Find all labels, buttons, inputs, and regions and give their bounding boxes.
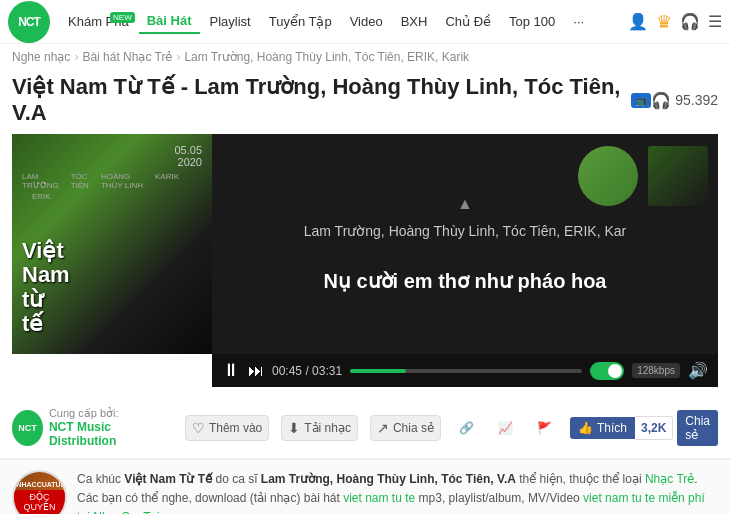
logo[interactable]: NCT xyxy=(8,1,50,43)
exclusive-badge: ĐỘC QUYỀN xyxy=(14,490,65,514)
info-thumbnail: NHACCUATUI ĐỘC QUYỀN xyxy=(12,470,67,514)
facebook-like-area: 👍 Thích 3,2K Chia sẻ xyxy=(570,410,718,446)
add-to-playlist-button[interactable]: ♡ Thêm vào xyxy=(185,415,269,441)
thumbs-up-icon: 👍 xyxy=(578,421,593,435)
link-icon: 🔗 xyxy=(459,421,474,435)
new-badge: NEW xyxy=(110,12,135,23)
info-box: NHACCUATUI ĐỘC QUYỀN Ca khúc Việt Nam Từ… xyxy=(0,459,730,514)
lyrics-toggle[interactable] xyxy=(590,362,624,380)
listen-count: 🎧 95.392 xyxy=(651,91,718,110)
info-text: Ca khúc Việt Nam Từ Tế do ca sĩ Lam Trườ… xyxy=(77,470,718,514)
headphone-icon[interactable]: 🎧 xyxy=(680,12,700,31)
action-row: NCT Cung cấp bởi: NCT Music Distribution… xyxy=(0,397,730,459)
facebook-count: 3,2K xyxy=(635,416,673,440)
user-icon[interactable]: 👤 xyxy=(628,12,648,31)
song-header: Việt Nam Từ Tế - Lam Trường, Hoàng Thùy … xyxy=(0,70,730,134)
provider-logo: NCT xyxy=(12,410,43,446)
provider-box: NCT Cung cấp bởi: NCT Music Distribution xyxy=(12,407,163,448)
breadcrumb: Nghe nhạc › Bài hát Nhạc Trẻ › Lam Trườn… xyxy=(0,44,730,70)
breadcrumb-home[interactable]: Nghe nhạc xyxy=(12,50,70,64)
player-lyric: Nụ cười em thơ như pháo hoa xyxy=(303,269,626,293)
share-button[interactable]: ↗ Chia sẻ xyxy=(370,415,441,441)
nav: Khám Phá NEW Bài Hát Playlist Tuyển Tập … xyxy=(60,9,592,34)
player-avatar xyxy=(578,146,638,206)
headphones-icon: 🎧 xyxy=(651,91,671,110)
download-icon: ⬇ xyxy=(288,420,300,436)
pause-button[interactable]: ⏸ xyxy=(222,360,240,381)
next-button[interactable]: ⏭ xyxy=(248,362,264,380)
player-inner: ▲ Lam Trường, Hoàng Thùy Linh, Tóc Tiên,… xyxy=(212,134,718,354)
nav-item-tuyen-tap[interactable]: Tuyển Tập xyxy=(261,10,340,33)
nav-item-kham-pha[interactable]: Khám Phá NEW xyxy=(60,10,137,33)
genre-link[interactable]: Nhạc Trẻ xyxy=(645,472,694,486)
flag-icon: 🚩 xyxy=(537,421,552,435)
flag-button[interactable]: 🚩 xyxy=(531,417,558,439)
nav-item-top100[interactable]: Top 100 xyxy=(501,10,563,33)
menu-icon[interactable]: ☰ xyxy=(708,12,722,31)
album-art-image: 05.052020 LAMTRƯỜNG TÓCTIÊN HOÀNGTHÙY LI… xyxy=(12,134,212,354)
breadcrumb-genre[interactable]: Bài hát Nhạc Trẻ xyxy=(82,50,172,64)
provider-name: NCT Music Distribution xyxy=(49,420,163,448)
nav-item-more[interactable]: ··· xyxy=(565,10,592,33)
avatar-image xyxy=(578,146,638,206)
breadcrumb-artists: Lam Trường, Hoàng Thùy Linh, Tóc Tiên, E… xyxy=(184,50,469,64)
chart-button[interactable]: 📈 xyxy=(492,417,519,439)
progress-bar[interactable] xyxy=(350,369,582,373)
nav-item-video[interactable]: Video xyxy=(342,10,391,33)
nav-icons: 👤 ♛ 🎧 ☰ xyxy=(628,11,722,33)
nav-item-bxh[interactable]: BXH xyxy=(393,10,436,33)
nav-item-chu-de[interactable]: Chủ Đề xyxy=(437,10,499,33)
facebook-like-button[interactable]: 👍 Thích xyxy=(570,417,635,439)
bitrate-badge: 128kbps xyxy=(632,363,680,378)
song-title: Việt Nam Từ Tế - Lam Trường, Hoàng Thùy … xyxy=(12,74,651,126)
header: NCT Khám Phá NEW Bài Hát Playlist Tuyển … xyxy=(0,0,730,44)
time-display: 00:45 / 03:31 xyxy=(272,364,342,378)
player-artists: Lam Trường, Hoàng Thùy Linh, Tóc Tiên, E… xyxy=(304,223,627,239)
download-button[interactable]: ⬇ Tải nhạc xyxy=(281,415,358,441)
logo-text: NCT xyxy=(18,15,40,29)
nhaccuatui-logo-text: NHACCUATUI xyxy=(14,481,65,488)
progress-fill xyxy=(350,369,406,373)
player-main: ▲ Lam Trường, Hoàng Thùy Linh, Tóc Tiên,… xyxy=(212,134,718,387)
share-icon: ↗ xyxy=(377,420,389,436)
nav-item-bai-hat[interactable]: Bài Hát xyxy=(139,9,200,34)
album-date: 05.052020 xyxy=(22,144,202,168)
tv-icon[interactable]: 📺 xyxy=(631,93,651,108)
controls-bar: ⏸ ⏭ 00:45 / 03:31 128kbps 🔊 xyxy=(212,354,718,387)
facebook-share-button[interactable]: Chia sẻ xyxy=(677,410,718,446)
nav-item-playlist[interactable]: Playlist xyxy=(202,10,259,33)
album-art: 05.052020 LAMTRƯỜNG TÓCTIÊN HOÀNGTHÙY LI… xyxy=(12,134,212,354)
volume-icon[interactable]: 🔊 xyxy=(688,361,708,380)
copy-link-button[interactable]: 🔗 xyxy=(453,417,480,439)
crown-icon[interactable]: ♛ xyxy=(656,11,672,33)
player-area: 05.052020 LAMTRƯỜNG TÓCTIÊN HOÀNGTHÙY LI… xyxy=(0,134,730,387)
chart-icon: 📈 xyxy=(498,421,513,435)
toggle-knob xyxy=(608,364,622,378)
heart-icon: ♡ xyxy=(192,420,205,436)
scroll-up-icon[interactable]: ▲ xyxy=(457,195,473,213)
provider-label: Cung cấp bởi: xyxy=(49,407,163,420)
album-people: LAMTRƯỜNG TÓCTIÊN HOÀNGTHÙY LINH KARIK E… xyxy=(22,172,202,201)
album-big-text: ViệtNamtừtế xyxy=(22,239,70,336)
song-link[interactable]: viet nam tu te xyxy=(343,491,415,505)
mini-thumbnail xyxy=(648,146,708,206)
